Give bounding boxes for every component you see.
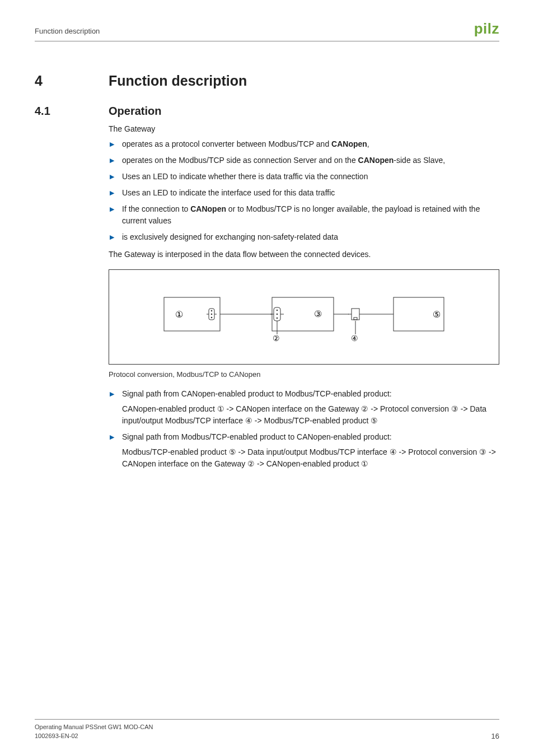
list-item-body: Modbus/TCP-enabled product ⑤ -> Data inp…	[122, 446, 499, 470]
text-span: Uses an LED to indicate the interface us…	[122, 188, 335, 197]
list-item: operates on the Modbus/TCP side as conne…	[109, 155, 499, 166]
text-span: ,	[367, 139, 369, 148]
list-item-lead: Signal path from Modbus/TCP-enabled prod…	[122, 431, 499, 443]
list-item: Uses an LED to indicate whether there is…	[109, 171, 499, 183]
svg-rect-17	[354, 318, 357, 320]
brand-logo: pilz	[474, 20, 499, 38]
svg-point-10	[277, 310, 278, 311]
section-number: 4.1	[35, 105, 109, 118]
footer-doc-id: 1002693-EN-02	[35, 732, 153, 740]
diagram-label-3: ③	[314, 309, 322, 319]
paragraph: The Gateway is interposed in the data fl…	[109, 249, 499, 260]
diagram-label-5: ⑤	[433, 310, 441, 319]
text-span: Uses an LED to indicate whether there is…	[122, 172, 368, 181]
text-span: -side as Slave,	[394, 156, 445, 165]
list-item: Signal path from Modbus/TCP-enabled prod…	[109, 431, 499, 470]
page-number: 16	[491, 732, 499, 740]
bold-term: CANopen	[190, 204, 226, 213]
page-footer: Operating Manual PSSnet GW1 MOD-CAN 1002…	[35, 719, 499, 740]
chapter-title: Function description	[109, 73, 247, 89]
list-item: If the connection to CANopen or to Modbu…	[109, 203, 499, 227]
diagram-label-4: ④	[351, 334, 358, 343]
section-heading: 4.1 Operation	[35, 105, 499, 118]
list-item: Signal path from CANopen-enabled product…	[109, 388, 499, 427]
diagram-label-1: ①	[175, 310, 183, 319]
bold-term: CANopen	[331, 139, 367, 148]
list-item: operates as a protocol converter between…	[109, 138, 499, 150]
svg-rect-16	[352, 309, 359, 320]
text-span: operates as a protocol converter between…	[122, 139, 331, 148]
diagram-svg: ①	[158, 286, 449, 348]
running-header-left: Function description	[35, 27, 100, 35]
text-span: is exclusively designed for exchanging n…	[122, 232, 338, 241]
figure-caption: Protocol conversion, Modbus/TCP to CANop…	[109, 369, 499, 380]
running-header: Function description pilz	[35, 20, 499, 38]
svg-point-4	[211, 317, 213, 319]
chapter-number: 4	[35, 73, 109, 89]
svg-point-12	[277, 318, 278, 319]
svg-point-3	[211, 314, 213, 315]
text-span: If the connection to	[122, 204, 190, 213]
svg-point-2	[211, 310, 213, 312]
body-text: The Gateway operates as a protocol conve…	[109, 123, 499, 470]
protocol-diagram: ①	[109, 269, 499, 365]
page-content: 4 Function description 4.1 Operation The…	[35, 41, 499, 719]
chapter-heading: 4 Function description	[35, 73, 499, 89]
bold-term: CANopen	[358, 156, 394, 165]
list-item: is exclusively designed for exchanging n…	[109, 231, 499, 243]
svg-point-11	[277, 314, 278, 315]
text-span: operates on the Modbus/TCP side as conne…	[122, 156, 358, 165]
intro-line: The Gateway	[109, 123, 499, 135]
section-title: Operation	[109, 105, 161, 118]
list-item-body: CANopen-enabled product ① -> CANopen int…	[122, 403, 499, 427]
footer-doc-title: Operating Manual PSSnet GW1 MOD-CAN	[35, 723, 153, 731]
footer-left: Operating Manual PSSnet GW1 MOD-CAN 1002…	[35, 723, 153, 740]
list-item: Uses an LED to indicate the interface us…	[109, 187, 499, 199]
diagram-label-2: ②	[273, 334, 280, 343]
bullet-list-a: operates as a protocol converter between…	[109, 138, 499, 243]
bullet-list-b: Signal path from CANopen-enabled product…	[109, 388, 499, 470]
list-item-lead: Signal path from CANopen-enabled product…	[122, 388, 499, 400]
